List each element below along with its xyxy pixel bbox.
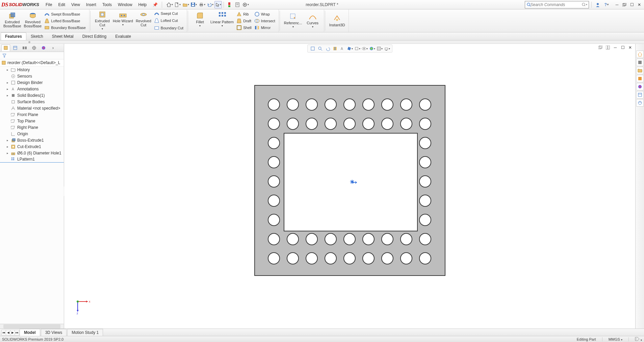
tab-dimxpert-manager[interactable]	[30, 45, 38, 51]
maximize-button[interactable]: ☐	[628, 2, 635, 8]
tree-item-cut-extrude[interactable]: ▸Cut-Extrude1	[0, 143, 64, 150]
tree-item-right-plane[interactable]: Right Plane	[0, 124, 64, 131]
panel-hscroll[interactable]	[0, 324, 64, 329]
hide-show-icon[interactable]	[362, 46, 368, 52]
nav-last[interactable]: ⏭	[15, 330, 19, 335]
tree-root[interactable]: reorder (Default<<Default>_L	[0, 59, 64, 66]
linear-pattern-button[interactable]: Linear Pattern ▾	[209, 11, 235, 31]
tree-item-lpattern[interactable]: LPattern1	[0, 156, 64, 163]
doc-minimize-button[interactable]: ─	[612, 45, 618, 51]
tree-item-surface-bodies[interactable]: Surface Bodies	[0, 98, 64, 105]
home-button[interactable]	[166, 1, 173, 8]
nav-prev[interactable]: ◀	[6, 330, 10, 335]
rib-button[interactable]: Rib	[236, 11, 251, 18]
menu-view[interactable]: View	[68, 2, 83, 7]
fillet-button[interactable]: Fillet ▾	[191, 11, 209, 31]
extruded-cut-button[interactable]: Extruded Cut ▾	[93, 10, 111, 32]
swept-boss-button[interactable]: Swept Boss/Base	[44, 11, 86, 18]
graphics-area[interactable]: A ─ ☐ ✕ ✳ x z	[64, 44, 635, 329]
tree-item-design-binder[interactable]: ▸Design Binder	[0, 79, 64, 86]
tab-features[interactable]: Features	[1, 32, 26, 40]
doc-close-button[interactable]: ✕	[627, 45, 633, 51]
tab-display-manager[interactable]	[39, 45, 48, 51]
tab-evaluate[interactable]: Evaluate	[111, 32, 135, 40]
tab-sheet-metal[interactable]: Sheet Metal	[48, 32, 78, 40]
task-pane-appearances[interactable]	[636, 91, 644, 98]
edit-appearance-icon[interactable]	[369, 46, 375, 52]
nav-next[interactable]: ▶	[10, 330, 15, 335]
undo-button[interactable]	[206, 1, 214, 8]
tree-item-front-plane[interactable]: Front Plane	[0, 111, 64, 118]
tree-item-sensors[interactable]: Sensors	[0, 73, 64, 79]
select-button[interactable]	[214, 1, 222, 8]
restore-button[interactable]	[621, 2, 628, 8]
task-pane-file-explorer[interactable]	[636, 75, 644, 82]
open-button[interactable]	[182, 1, 189, 8]
task-pane-home[interactable]	[636, 51, 644, 58]
doc-cascade-icon[interactable]	[597, 45, 603, 51]
part-model-view[interactable]: ✳	[252, 83, 448, 278]
menu-file[interactable]: File	[43, 2, 55, 7]
apply-scene-icon[interactable]	[377, 46, 383, 52]
tab-overflow[interactable]: ›	[49, 45, 57, 51]
tab-sketch[interactable]: Sketch	[26, 32, 48, 40]
options-button[interactable]	[242, 1, 249, 8]
zoom-area-icon[interactable]	[317, 46, 323, 52]
dynamic-annotation-icon[interactable]: A	[339, 46, 345, 52]
close-button[interactable]: ✕	[636, 2, 643, 8]
swept-cut-button[interactable]: Swept Cut	[154, 10, 183, 17]
section-view-icon[interactable]	[332, 46, 338, 52]
hole-wizard-button[interactable]: Hole Wizard ▾	[111, 10, 134, 32]
revolved-boss-button[interactable]: Revolved Boss/Base	[23, 11, 43, 31]
curves-button[interactable]: Curves ▾	[304, 12, 322, 30]
btab-motion-study[interactable]: Motion Study 1	[67, 329, 103, 336]
menu-edit[interactable]: Edit	[55, 2, 68, 7]
tab-configuration-manager[interactable]	[20, 45, 29, 51]
tab-direct-editing[interactable]: Direct Editing	[78, 32, 111, 40]
lofted-boss-button[interactable]: Lofted Boss/Base	[44, 18, 86, 24]
tree-item-boss-extrude[interactable]: ▸Boss-Extrude1	[0, 137, 64, 143]
view-settings-icon[interactable]	[384, 46, 390, 52]
search-input[interactable]	[531, 2, 582, 7]
tree-item-annotations[interactable]: ▸AAnnotations	[0, 86, 64, 92]
task-pane-custom-properties[interactable]	[636, 99, 644, 107]
tree-filter[interactable]	[0, 52, 64, 59]
intersect-button[interactable]: Intersect	[254, 18, 275, 24]
tree-item-history[interactable]: ▸History	[0, 66, 64, 73]
view-orientation-icon[interactable]	[347, 46, 353, 52]
tree-item-solid-bodies[interactable]: ▸Solid Bodies(1)	[0, 92, 64, 98]
task-pane-resources[interactable]	[636, 59, 644, 66]
status-tags-icon[interactable]: ▾	[635, 337, 642, 342]
boundary-cut-button[interactable]: Boundary Cut	[154, 25, 183, 31]
zoom-fit-icon[interactable]	[310, 46, 316, 52]
doc-maximize-button[interactable]: ☐	[620, 45, 626, 51]
login-button[interactable]	[594, 1, 601, 8]
status-units[interactable]: MMGS ▾	[609, 337, 622, 341]
extruded-boss-button[interactable]: Extruded Boss/Base	[2, 11, 23, 31]
menu-help[interactable]: Help	[135, 2, 150, 7]
menu-window[interactable]: Window	[115, 2, 135, 7]
task-pane-view-palette[interactable]	[636, 83, 644, 90]
save-button[interactable]	[190, 1, 198, 8]
zoom-previous-icon[interactable]	[325, 46, 331, 52]
btab-model[interactable]: Model	[20, 329, 40, 336]
nav-first[interactable]: ⏮	[1, 330, 6, 335]
menu-insert[interactable]: Insert	[83, 2, 99, 7]
tab-property-manager[interactable]	[11, 45, 20, 51]
display-style-icon[interactable]	[354, 46, 360, 52]
instant3d-button[interactable]: Instant3D	[328, 14, 346, 28]
mirror-button[interactable]: Mirror	[254, 24, 275, 31]
task-pane-design-library[interactable]	[636, 67, 644, 74]
rebuild-button[interactable]	[226, 1, 233, 8]
tree-item-material[interactable]: Material <not specified>	[0, 105, 64, 111]
print-button[interactable]	[198, 1, 206, 8]
search-dropdown-icon[interactable]: ▾	[586, 3, 587, 6]
search-commands[interactable]: ▾	[525, 1, 589, 8]
tree-item-top-plane[interactable]: Top Plane	[0, 118, 64, 124]
menu-pin-icon[interactable]: 📌	[150, 2, 161, 7]
revolved-cut-button[interactable]: Revolved Cut	[134, 10, 153, 32]
file-properties-button[interactable]	[234, 1, 241, 8]
draft-button[interactable]: Draft	[236, 18, 251, 24]
boundary-boss-button[interactable]: Boundary Boss/Base	[44, 24, 86, 31]
tree-item-hole[interactable]: ▸Ø6.0 (6) Diameter Hole1	[0, 150, 64, 156]
